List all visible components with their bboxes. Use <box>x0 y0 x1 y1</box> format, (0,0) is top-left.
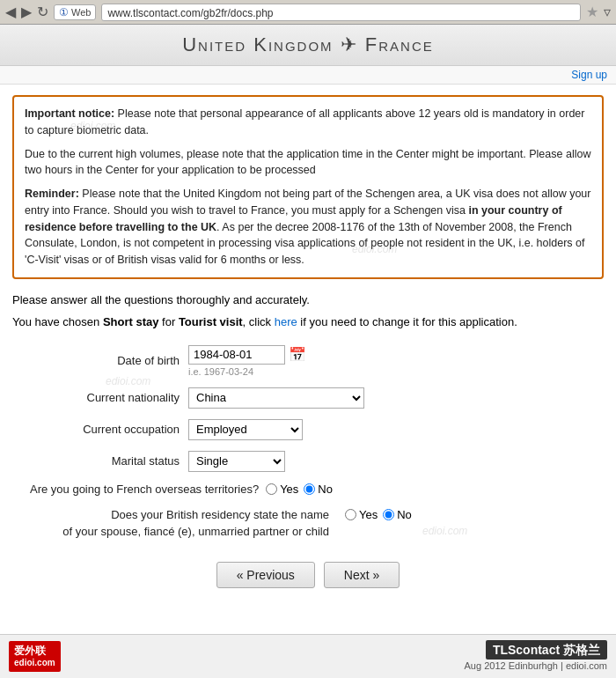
instr-end: if you need to change it for this applic… <box>297 315 517 328</box>
footer-logo-line2: edioi.com <box>14 658 55 668</box>
marital-control: Single Married Divorced Widowed Separate… <box>188 451 285 472</box>
menu-icon[interactable]: ▿ <box>604 4 611 20</box>
occupation-control: Employed Self-employed Student Retired U… <box>188 419 303 440</box>
back-icon[interactable]: ◀ <box>5 4 16 20</box>
dob-hint: i.e. 1967-03-24 <box>188 366 306 377</box>
q2-row: Does your British residency state the na… <box>12 506 604 541</box>
nav-buttons: « Previous Next » <box>12 562 604 588</box>
q1-yes-radio[interactable] <box>266 483 277 495</box>
marital-row: Marital status Single Married Divorced W… <box>12 451 604 472</box>
notice-para3: Reminder: Please note that the United Ki… <box>25 186 591 269</box>
instr-suffix: , click <box>243 315 275 328</box>
footer-logo-line1: 爱外联 <box>14 645 46 657</box>
footer-tls: TLScontact 苏格兰 Aug 2012 Edinburhgh | edi… <box>465 643 607 671</box>
q1-yes-label[interactable]: Yes <box>266 483 298 496</box>
instructions-line2: You have chosen Short stay for Tourist v… <box>12 313 604 331</box>
nationality-select[interactable]: China United Kingdom France Other <box>188 387 364 409</box>
occupation-label: Current occupation <box>12 423 188 436</box>
header-right: France <box>365 33 434 55</box>
address-bar[interactable]: www.tlscontact.com/gb2fr/docs.php <box>101 4 581 21</box>
refresh-icon[interactable]: ↻ <box>37 4 48 20</box>
instr-mid: for <box>158 315 178 328</box>
dob-row: Date of birth 📅 i.e. 1967-03-24 <box>12 345 604 377</box>
q2-radios: Yes No <box>338 506 412 541</box>
q2-no-text: No <box>397 508 412 521</box>
header-arrow: ✈ <box>341 33 358 55</box>
marital-select[interactable]: Single Married Divorced Widowed Separate… <box>188 451 285 472</box>
nationality-label: Current nationality <box>12 391 188 404</box>
page-header: United Kingdom ✈ France <box>0 25 616 66</box>
q1-radios: Yes No <box>266 483 333 496</box>
forward-icon[interactable]: ▶ <box>21 4 32 20</box>
tls-info: Aug 2012 Edinburhgh | edioi.com <box>465 660 607 671</box>
q1-text: Are you going to French overseas territo… <box>30 483 259 496</box>
instr-bold2: Tourist visit <box>179 315 243 328</box>
q2-label: Does your British residency state the na… <box>12 506 338 541</box>
top-bar: Sign up <box>0 66 616 85</box>
web-label: Web <box>71 7 91 18</box>
header-left: United Kingdom <box>182 33 333 55</box>
q2-yes-label[interactable]: Yes <box>345 508 378 521</box>
instr-prefix: You have chosen <box>12 315 103 328</box>
occupation-row: Current occupation Employed Self-employe… <box>12 419 604 440</box>
q2-no-label[interactable]: No <box>383 508 412 521</box>
tls-badge: TLScontact 苏格兰 <box>486 640 607 660</box>
q2-yes-radio[interactable] <box>345 509 356 520</box>
next-button[interactable]: Next » <box>324 562 400 588</box>
dob-control: 📅 i.e. 1967-03-24 <box>188 345 306 377</box>
q2-radio-group: Yes No <box>345 508 412 521</box>
q1-no-text: No <box>318 483 333 496</box>
marital-label: Marital status <box>12 454 188 468</box>
notice-para1: Important notice: Please note that perso… <box>25 106 591 139</box>
date-input-wrap: 📅 <box>188 345 306 365</box>
dob-label: Date of birth <box>12 354 188 367</box>
notice-para2: Due to the current high volumes, please … <box>25 146 591 180</box>
notice-box: Important notice: Please note that perso… <box>12 95 604 279</box>
web-badge: ① Web <box>54 4 96 20</box>
footer-logo: 爱外联 edioi.com <box>9 641 61 671</box>
nationality-row: Current nationality China United Kingdom… <box>12 387 604 409</box>
form-section: Date of birth 📅 i.e. 1967-03-24 Current … <box>12 345 604 541</box>
q1-no-radio[interactable] <box>304 483 315 495</box>
occupation-select[interactable]: Employed Self-employed Student Retired U… <box>188 419 303 440</box>
star-icon[interactable]: ★ <box>586 4 598 20</box>
globe-icon: ① <box>59 6 69 18</box>
change-link[interactable]: here <box>275 315 297 328</box>
page-footer: 爱外联 edioi.com TLScontact 苏格兰 Aug 2012 Ed… <box>0 634 616 678</box>
nationality-control: China United Kingdom France Other <box>188 387 364 409</box>
q1-no-label[interactable]: No <box>304 483 333 496</box>
q2-text1: Does your British residency state the na… <box>111 508 329 521</box>
q1-row: Are you going to French overseas territo… <box>12 483 604 496</box>
browser-bar: ◀ ▶ ↻ ① Web www.tlscontact.com/gb2fr/doc… <box>0 0 616 25</box>
notice-para3-text: Please note that the United Kingdom not … <box>25 188 590 266</box>
signup-link[interactable]: Sign up <box>571 69 607 81</box>
previous-button[interactable]: « Previous <box>216 562 315 588</box>
page-body: edioi.com edioi.com edioi.com edioi.com … <box>0 85 616 659</box>
instructions-line1: Please answer all the questions thorough… <box>12 291 604 309</box>
q2-no-radio[interactable] <box>383 509 394 520</box>
q1-yes-text: Yes <box>280 483 298 496</box>
q2-text2: of your spouse, fiancé (e), unmarried pa… <box>62 525 329 538</box>
q2-yes-text: Yes <box>359 508 378 521</box>
dob-input[interactable] <box>188 345 285 365</box>
calendar-icon[interactable]: 📅 <box>289 346 306 363</box>
instr-bold1: Short stay <box>103 315 159 328</box>
header-title: United Kingdom ✈ France <box>182 33 434 55</box>
